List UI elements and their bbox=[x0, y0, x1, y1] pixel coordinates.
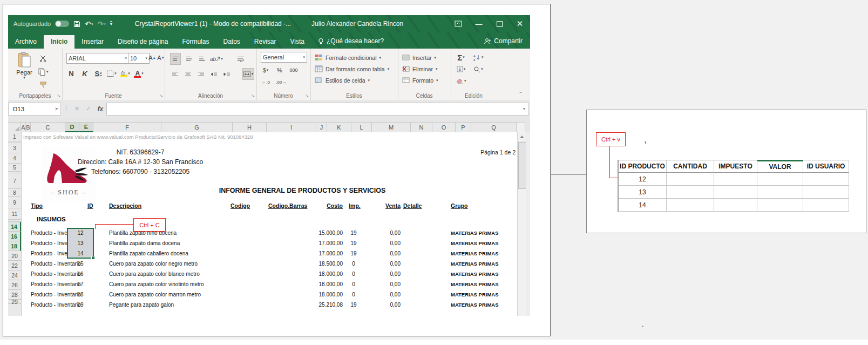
font-name-combo[interactable]: ARIAL▾ bbox=[66, 53, 129, 64]
column-header-K[interactable]: K bbox=[327, 122, 351, 132]
currency-format-button[interactable]: $▾ bbox=[261, 65, 270, 76]
report-row[interactable]: Producto - Inventario14Plantilla zapato … bbox=[22, 248, 517, 259]
clipboard-dialog-launcher-icon[interactable]: ↘ bbox=[57, 93, 60, 98]
format-painter-button[interactable] bbox=[38, 80, 49, 91]
column-header-O[interactable]: O bbox=[432, 122, 456, 132]
row-header-29[interactable]: 29 bbox=[8, 300, 21, 304]
row-header-5[interactable]: 5 bbox=[8, 164, 21, 172]
number-format-combo[interactable]: General▾ bbox=[261, 52, 307, 63]
italic-button[interactable]: K bbox=[80, 68, 90, 79]
align-center-icon[interactable] bbox=[183, 69, 193, 79]
sort-filter-button[interactable]: AZ▾ bbox=[473, 52, 484, 63]
redo-button[interactable]: ↷▾ bbox=[98, 21, 106, 28]
thousands-format-button[interactable]: 000 bbox=[289, 65, 299, 76]
report-row[interactable]: Producto - Inventario19Pegante para zapa… bbox=[22, 300, 517, 310]
increase-indent-icon[interactable] bbox=[222, 69, 232, 79]
paste-button[interactable]: Pegar ▾ bbox=[12, 52, 36, 91]
column-header-C[interactable]: C bbox=[31, 122, 65, 132]
save-icon[interactable] bbox=[73, 21, 80, 28]
column-header-J[interactable]: J bbox=[316, 122, 327, 132]
tell-me-search[interactable]: ¿Qué desea hacer? bbox=[311, 34, 390, 49]
font-size-combo[interactable]: 10▾ bbox=[128, 53, 150, 64]
underline-button[interactable]: S▾ bbox=[93, 68, 103, 79]
share-button[interactable]: Compartir bbox=[476, 34, 530, 49]
destination-cell[interactable] bbox=[803, 199, 849, 212]
cells-button-formato[interactable]: Formato▾ bbox=[402, 75, 438, 86]
row-header-3[interactable]: 3 bbox=[8, 143, 21, 153]
cancel-entry-icon[interactable]: ✕ bbox=[71, 105, 83, 112]
destination-cell[interactable] bbox=[757, 186, 803, 199]
merge-center-button[interactable]: ▾ bbox=[242, 68, 254, 80]
report-row[interactable]: Producto - Inventario18Cuero para zapato… bbox=[22, 289, 517, 300]
clear-button[interactable]: ▾ bbox=[456, 76, 466, 86]
close-button[interactable]: ✕ bbox=[510, 15, 530, 32]
row-header-7[interactable]: 7 bbox=[8, 173, 21, 189]
decrease-indent-icon[interactable] bbox=[209, 69, 219, 79]
find-select-button[interactable]: ▾ bbox=[473, 64, 483, 75]
row-header-11[interactable]: 11 bbox=[8, 208, 21, 220]
row-header-22[interactable]: 22 bbox=[8, 261, 21, 270]
destination-cell[interactable] bbox=[803, 173, 849, 186]
destination-column-valor[interactable]: VALOR bbox=[757, 160, 803, 173]
font-dialog-launcher-icon[interactable]: ↘ bbox=[159, 93, 163, 98]
row-header-14[interactable]: 14 bbox=[8, 222, 21, 232]
column-header-M[interactable]: M bbox=[372, 122, 411, 132]
copy-button[interactable]: ▾ bbox=[38, 66, 49, 77]
confirm-entry-icon[interactable]: ✓ bbox=[83, 105, 94, 112]
column-header-A[interactable]: A bbox=[21, 122, 26, 132]
customize-quick-access-icon[interactable]: ▾ bbox=[110, 21, 112, 26]
destination-cell[interactable] bbox=[803, 186, 849, 199]
row-header-8[interactable]: 8 bbox=[8, 189, 21, 197]
destination-column-impuesto[interactable]: IMPUESTO bbox=[714, 160, 757, 173]
destination-cell[interactable] bbox=[667, 173, 714, 186]
row-header-26[interactable]: 26 bbox=[8, 280, 21, 290]
destination-cell[interactable] bbox=[714, 186, 757, 199]
destination-cell[interactable] bbox=[714, 173, 757, 186]
destination-column-id-usuario[interactable]: ID USUARIO bbox=[803, 160, 849, 173]
tab-inicio[interactable]: Inicio bbox=[44, 35, 74, 49]
align-top-icon[interactable] bbox=[170, 53, 181, 65]
row-header-4[interactable]: 4 bbox=[8, 153, 21, 164]
scrollbar-thumb[interactable] bbox=[518, 142, 526, 189]
column-header-L[interactable]: L bbox=[351, 122, 372, 132]
autosave-toggle[interactable] bbox=[55, 21, 69, 27]
report-row[interactable]: Producto - Inventario17Cuero para zapato… bbox=[22, 279, 517, 289]
column-header-E[interactable]: E bbox=[79, 122, 93, 132]
column-header-F[interactable]: F bbox=[93, 122, 161, 132]
tab-datos[interactable]: Datos bbox=[216, 35, 247, 49]
formula-bar-splitter[interactable]: ⋮ bbox=[61, 105, 71, 112]
destination-cell[interactable]: 12 bbox=[619, 173, 667, 186]
maximize-button[interactable] bbox=[489, 15, 510, 32]
increase-decimals-icon[interactable]: ←,0 bbox=[261, 77, 270, 87]
cut-button[interactable] bbox=[38, 53, 49, 64]
insert-function-icon[interactable]: fx bbox=[94, 105, 106, 113]
column-header-G[interactable]: G bbox=[161, 122, 233, 132]
borders-button[interactable]: ▾ bbox=[107, 68, 117, 79]
column-header-H[interactable]: H bbox=[233, 122, 267, 132]
row-header-20[interactable]: 20 bbox=[8, 251, 21, 261]
tab-insertar[interactable]: Insertar bbox=[74, 35, 111, 49]
fill-button[interactable]: ▾ bbox=[456, 64, 466, 75]
minimize-button[interactable]: — bbox=[469, 15, 489, 32]
destination-column-cantidad[interactable]: CANTIDAD bbox=[667, 160, 714, 173]
tab-f-rmulas[interactable]: Fórmulas bbox=[175, 35, 216, 49]
styles-button-3[interactable]: Estilos de celda▾ bbox=[315, 75, 389, 86]
styles-button-1[interactable]: Formato condicional▾ bbox=[315, 52, 389, 63]
undo-button[interactable]: ↶▾ bbox=[85, 21, 93, 28]
destination-cell[interactable] bbox=[757, 173, 803, 186]
vertical-scrollbar[interactable] bbox=[517, 132, 526, 316]
name-box[interactable]: D13▾ bbox=[8, 103, 61, 116]
alignment-dialog-launcher-icon[interactable]: ↘ bbox=[251, 93, 255, 98]
align-right-icon[interactable] bbox=[196, 69, 206, 79]
styles-button-2[interactable]: Dar formato como tabla▾ bbox=[315, 63, 389, 75]
destination-cell[interactable] bbox=[714, 199, 757, 212]
column-header-I[interactable]: I bbox=[267, 122, 316, 132]
tab-revisar[interactable]: Revisar bbox=[247, 35, 283, 49]
report-row[interactable]: Producto - Inventario15Cuero para zapato… bbox=[22, 259, 517, 269]
fill-color-button[interactable]: ▾ bbox=[120, 68, 130, 79]
tab-archivo[interactable]: Archivo bbox=[8, 35, 44, 49]
number-dialog-launcher-icon[interactable]: ↘ bbox=[305, 93, 309, 98]
formula-input[interactable]: ▾ bbox=[106, 103, 529, 116]
percent-format-button[interactable]: % bbox=[275, 65, 284, 76]
decrease-decimals-icon[interactable]: ,00→ bbox=[276, 77, 287, 87]
